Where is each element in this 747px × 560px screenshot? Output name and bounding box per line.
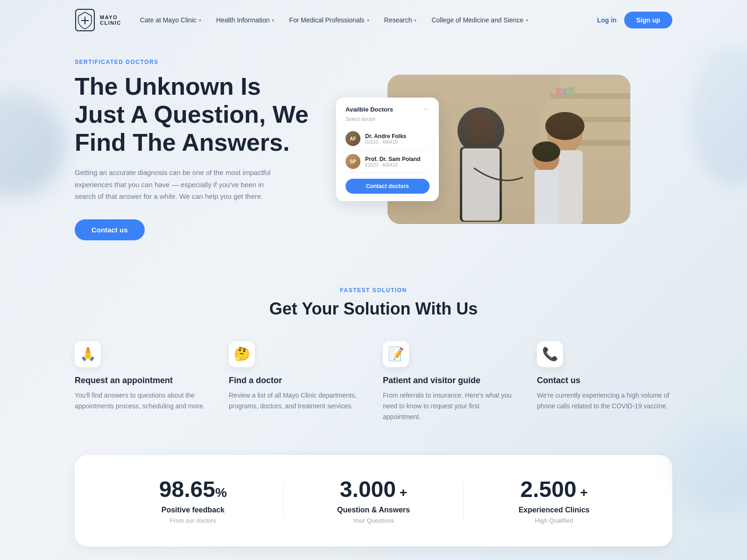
solution-icon-doctor: 🤔 xyxy=(229,341,255,367)
solution-item-contact: 📞 Contact us We're currently experiencin… xyxy=(537,341,672,422)
nav-link-cate[interactable]: Cate at Mayo Clinic▾ xyxy=(140,16,201,24)
solutions-grid: 🙏 Request an appointment You'll find ans… xyxy=(75,341,672,422)
doctor-code: 01810 · 466415 xyxy=(365,140,406,145)
stats-section: 98.65% Positive feedback From our doctor… xyxy=(0,446,747,560)
doctor-avatar: AF xyxy=(345,131,360,146)
stat-sub: From our doctors xyxy=(112,517,274,524)
doctor-info: Prof. Dr. Sam Poland 61820 · 466416 xyxy=(365,156,421,168)
navbar: MAYO CLINIC Cate at Mayo Clinic▾Health I… xyxy=(0,0,747,40)
hero-title: The Unknown Is Just A Question, We Find … xyxy=(75,73,317,156)
stat-sub: Your Questions xyxy=(293,517,455,524)
nav-link-label: Health Information xyxy=(216,16,269,24)
doctor-item[interactable]: AF Dr. Andre Folks 01810 · 466415 xyxy=(345,127,430,150)
nav-link-label: For Medical Professionals xyxy=(289,16,364,24)
hero-left: SERTIFICATED DOCTORS The Unknown Is Just… xyxy=(75,59,317,240)
brand-name-line1: MAYO xyxy=(100,14,121,20)
stats-card: 98.65% Positive feedback From our doctor… xyxy=(75,455,672,546)
stat-number: 3.000 + xyxy=(293,477,455,502)
solutions-section: FASTEST SOLUTION Get Your Solution With … xyxy=(0,268,747,446)
nav-link-professionals[interactable]: For Medical Professionals▾ xyxy=(289,16,369,24)
doctor-avatar: SP xyxy=(345,154,360,169)
stat-sub: High Qualified xyxy=(473,517,635,524)
solution-icon-visitor: 📝 xyxy=(383,341,409,367)
stat-label: Experienced Clinics xyxy=(473,506,635,514)
solution-icon-appointment: 🙏 xyxy=(75,341,101,367)
nav-link-label: Research xyxy=(384,16,412,24)
nav-link-label: Cate at Mayo Clinic xyxy=(140,16,197,24)
solution-name: Find a doctor xyxy=(229,376,364,385)
hero-description: Getting an accurate diagnosis can be one… xyxy=(75,167,271,203)
doctor-card-title: Availble Doctors xyxy=(345,106,393,113)
brand-name-line2: CLINIC xyxy=(100,20,121,26)
nav-link-research[interactable]: Research▾ xyxy=(384,16,417,24)
solution-item-appointment: 🙏 Request an appointment You'll find ans… xyxy=(75,341,210,422)
stat-label: Question & Answers xyxy=(293,506,455,514)
login-button[interactable]: Log in xyxy=(597,16,617,24)
logo-icon xyxy=(75,8,95,32)
contact-doctors-button[interactable]: Contact doctors xyxy=(345,179,430,194)
doctor-name: Dr. Andre Folks xyxy=(365,133,406,140)
solution-name: Patient and visitor guide xyxy=(383,376,518,385)
solution-desc: We're currently experiencing a high volu… xyxy=(537,390,672,412)
chevron-down-icon: ▾ xyxy=(414,18,416,23)
solution-name: Contact us xyxy=(537,376,672,385)
nav-link-college[interactable]: College of Medicine and Sience▾ xyxy=(431,16,528,24)
doctor-info: Dr. Andre Folks 01810 · 466415 xyxy=(365,133,406,145)
chevron-down-icon: ▾ xyxy=(272,18,274,23)
stat-item-feedback: 98.65% Positive feedback From our doctor… xyxy=(103,477,283,524)
nav-links: Cate at Mayo Clinic▾Health Information▾F… xyxy=(140,16,597,24)
nav-actions: Log in Sign up xyxy=(597,12,672,28)
stat-item-clinics: 2.500 + Experienced Clinics High Qualifi… xyxy=(464,477,644,524)
contact-us-button[interactable]: Contact us xyxy=(75,219,145,240)
solution-desc: You'll find answers to questions about t… xyxy=(75,390,210,412)
doctor-code: 61820 · 466416 xyxy=(365,162,421,168)
solution-desc: Review a list of all Mayo Clinic departm… xyxy=(229,390,364,412)
solution-name: Request an appointment xyxy=(75,376,210,385)
solution-item-visitor: 📝 Patient and visitor guide From referra… xyxy=(383,341,518,422)
stat-suffix: + xyxy=(396,485,407,500)
doctor-card-header: Availble Doctors ··· xyxy=(345,105,430,113)
stat-label: Positive feedback xyxy=(112,506,274,514)
nav-link-health[interactable]: Health Information▾ xyxy=(216,16,274,24)
chevron-down-icon: ▾ xyxy=(199,18,201,23)
doctor-name: Prof. Dr. Sam Poland xyxy=(365,156,421,162)
doctor-item[interactable]: SP Prof. Dr. Sam Poland 61820 · 466416 xyxy=(345,150,430,173)
nav-link-label: College of Medicine and Sience xyxy=(431,16,523,24)
doctor-card: Availble Doctors ··· Select doctor AF Dr… xyxy=(336,98,439,201)
doctor-card-menu[interactable]: ··· xyxy=(423,105,430,113)
solution-desc: From referrals to insurance. Here's what… xyxy=(383,390,518,422)
stat-suffix: + xyxy=(577,485,588,500)
hero-section: SERTIFICATED DOCTORS The Unknown Is Just… xyxy=(0,40,747,268)
doctor-card-subtitle: Select doctor xyxy=(345,116,430,122)
hero-right: Availble Doctors ··· Select doctor AF Dr… xyxy=(345,75,672,224)
logo[interactable]: MAYO CLINIC xyxy=(75,8,121,32)
stat-item-qa: 3.000 + Question & Answers Your Question… xyxy=(283,477,464,524)
doctor-list: AF Dr. Andre Folks 01810 · 466415 SP Pro… xyxy=(345,127,430,173)
stat-suffix: % xyxy=(215,485,227,500)
solutions-title: Get Your Solution With Us xyxy=(75,299,672,319)
signup-button[interactable]: Sign up xyxy=(624,12,672,28)
chevron-down-icon: ▾ xyxy=(367,18,369,23)
solution-item-doctor: 🤔 Find a doctor Review a list of all May… xyxy=(229,341,364,422)
stat-number: 98.65% xyxy=(112,477,274,502)
chevron-down-icon: ▾ xyxy=(526,18,528,23)
solution-icon-contact: 📞 xyxy=(537,341,563,367)
hero-tag: SERTIFICATED DOCTORS xyxy=(75,59,317,65)
solutions-tag: FASTEST SOLUTION xyxy=(75,287,672,294)
stat-number: 2.500 + xyxy=(473,477,635,502)
